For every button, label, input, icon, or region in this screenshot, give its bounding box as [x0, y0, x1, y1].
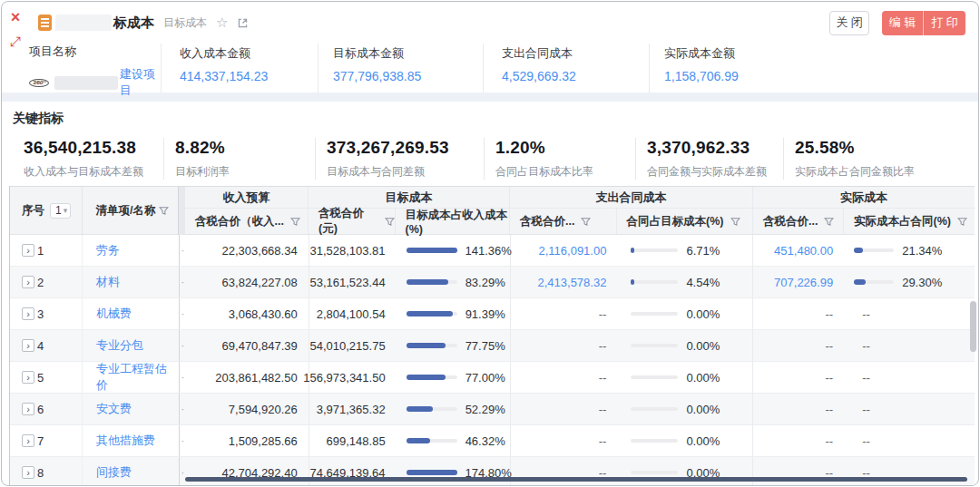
cell-actual-pct: -- [844, 298, 975, 329]
row-expand-icon[interactable]: › [22, 434, 34, 447]
row-name-link[interactable]: 其他措施费 [83, 425, 179, 456]
project-name-label: 项目名称 [29, 44, 161, 60]
row-seq: 1 [37, 244, 44, 258]
stat-label: 目标成本金额 [333, 45, 483, 62]
filter-icon[interactable] [730, 217, 740, 227]
row-name-link[interactable]: 机械费 [83, 298, 179, 329]
row-expand-icon[interactable]: › [22, 403, 34, 415]
close-button[interactable]: 关 闭 [829, 11, 869, 35]
cell-target-pct: 52.29% [397, 394, 511, 424]
project-name-link[interactable]: 建设项目 [120, 66, 161, 99]
seq-level-selector[interactable]: 1▾ [50, 203, 71, 219]
stat-value[interactable]: 377,796,938.85 [333, 69, 483, 83]
edit-button[interactable]: 编 辑 [882, 11, 924, 35]
cell-contract-amount: -- [511, 298, 618, 329]
cell-actual-amount[interactable]: 451,480.00 [753, 235, 844, 266]
row-seq: 6 [37, 403, 44, 416]
seq-cell: › 5 [10, 362, 83, 393]
print-button[interactable]: 打 印 [924, 11, 965, 35]
column-header-target-amount: 含税合价(元) [309, 209, 396, 234]
row-expand-icon[interactable]: › [22, 339, 34, 352]
cell-actual-pct: -- [844, 330, 975, 361]
cell-contract-pct: 0.00% [617, 394, 753, 424]
cell-actual-amount: -- [753, 362, 844, 393]
seq-cell: › 7 [10, 425, 83, 456]
cell-actual-amount[interactable]: 707,226.99 [753, 267, 844, 297]
cell-contract-amount[interactable]: 2,116,091.00 [511, 235, 618, 266]
row-name-link[interactable]: 材料 [83, 267, 179, 297]
table-body: › 1 劳务 · 22,303,668.34 31,528,103.81 141… [10, 235, 975, 486]
column-header-seq: 序号 1▾ [10, 187, 83, 234]
external-link-icon[interactable] [237, 17, 249, 29]
filter-icon[interactable] [824, 217, 834, 227]
row-expand-icon[interactable]: › [22, 244, 34, 257]
kpi-label: 目标利润率 [175, 164, 315, 180]
row-expand-icon[interactable]: › [22, 466, 34, 479]
row-name-link[interactable]: 安文费 [83, 394, 179, 424]
row-seq: 2 [37, 276, 44, 289]
fixed-column-edge: · [179, 394, 186, 424]
row-name-link[interactable]: 间接费 [83, 457, 179, 486]
row-expand-icon[interactable]: › [22, 276, 34, 288]
project-info-row: 项目名称 360° 建设项目 收入成本金额 414,337,154.23 目标成… [2, 44, 978, 93]
cell-target-pct: 46.32% [397, 425, 511, 456]
progress-bar [407, 312, 457, 316]
cell-actual-pct: 21.34% [844, 235, 975, 266]
star-icon[interactable]: ☆ [216, 15, 228, 31]
fixed-column-edge: · [179, 235, 186, 266]
table-row: › 4 专业分包 · 69,470,847.39 54,010,215.75 7… [10, 330, 975, 362]
kpi-item: 25.58% 实际成本占合同金额比率 [783, 138, 978, 180]
progress-bar [631, 280, 678, 284]
column-header-contract-amount: 含税合价... [510, 209, 617, 234]
cell-contract-pct: 0.00% [617, 330, 753, 361]
row-name-link[interactable]: 专业分包 [83, 330, 179, 361]
truncation-dot: · [181, 245, 184, 256]
stat-value[interactable]: 4,529,669.32 [502, 69, 649, 83]
cell-target-pct: 77.00% [397, 362, 511, 393]
column-header-actual-pct: 实际成本占合同(%) [844, 209, 975, 234]
close-icon[interactable]: × [11, 9, 21, 25]
progress-bar [407, 280, 457, 284]
horizontal-scrollbar[interactable] [185, 477, 967, 482]
stat-label: 实际成本金额 [664, 45, 805, 62]
table-row: › 5 专业工程暂估价 · 203,861,482.50 156,973,341… [10, 362, 975, 394]
progress-bar [407, 375, 457, 379]
cell-contract-pct: 4.54% [617, 267, 753, 297]
filter-icon[interactable] [385, 217, 395, 227]
cell-contract-amount[interactable]: 2,413,578.32 [511, 267, 618, 297]
filter-icon[interactable] [957, 217, 967, 227]
cell-actual-pct: -- [844, 425, 975, 456]
stat-value[interactable]: 1,158,706.99 [664, 69, 805, 83]
kpi-title: 关键指标 [13, 111, 978, 127]
row-name-link[interactable]: 劳务 [83, 235, 179, 266]
truncation-dot: · [181, 340, 185, 351]
vertical-scrollbar[interactable] [970, 301, 976, 352]
expand-icon[interactable]: ⤢ [10, 34, 21, 48]
filter-icon[interactable] [581, 217, 591, 227]
row-name-link[interactable]: 专业工程暂估价 [83, 362, 179, 393]
column-group-target: 目标成本 含税合价(元) 目标成本占收入成本(%) [309, 187, 510, 234]
filter-icon[interactable] [159, 206, 169, 216]
stat-label: 支出合同成本 [502, 45, 649, 62]
truncation-dot: · [181, 372, 184, 383]
truncation-dot: · [181, 277, 185, 287]
cell-contract-pct: 0.00% [617, 425, 753, 456]
kpi-label: 合同金额与实际成本差额 [647, 164, 783, 180]
cost-detail-window: × ⤢ 标成本 目标成本 ☆ 关 闭 编 辑 打 印 项目名称 360° 建设项… [1, 1, 979, 486]
cell-contract-pct: 0.00% [617, 362, 753, 393]
filter-icon[interactable] [290, 217, 300, 227]
progress-bar [854, 248, 894, 252]
cell-target-amount: 31,528,103.81 [309, 235, 397, 266]
kpi-label: 目标成本与合同差额 [327, 164, 484, 180]
stat-label: 收入成本金额 [180, 45, 318, 62]
page-title: 标成本 [113, 15, 154, 32]
toolbar: 关 闭 编 辑 打 印 [829, 11, 965, 35]
cell-income-amount: 42,704,292.40 [186, 457, 309, 486]
cell-income-amount: 63,824,227.08 [186, 267, 309, 297]
kpi-item: 1.20% 合同占目标成本比率 [484, 138, 635, 180]
row-expand-icon[interactable]: › [22, 307, 34, 320]
cell-actual-pct: -- [844, 394, 975, 424]
stat-value[interactable]: 414,337,154.23 [180, 69, 318, 83]
table-row: › 6 安文费 · 7,594,920.26 3,971,365.32 52.2… [10, 394, 975, 425]
row-expand-icon[interactable]: › [22, 371, 34, 384]
